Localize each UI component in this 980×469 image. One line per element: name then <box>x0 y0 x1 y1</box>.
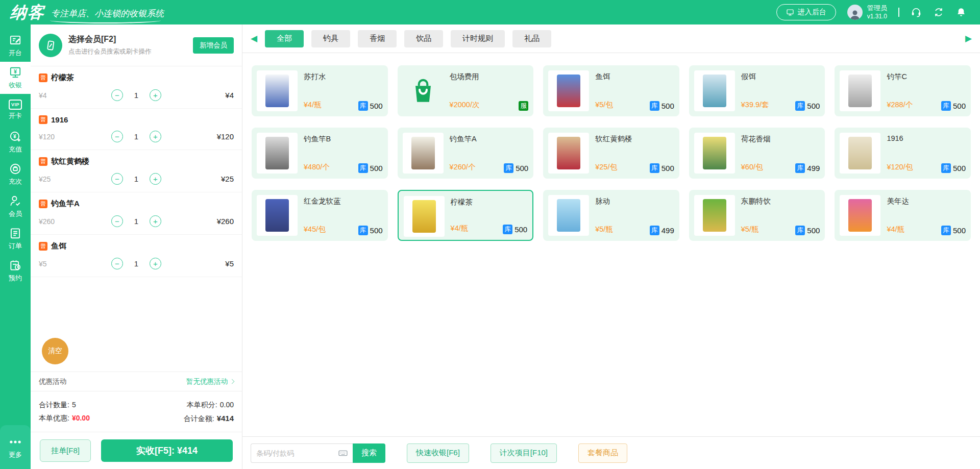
cart-item[interactable]: 普钓鱼竿A ¥260 − 1 + ¥260 <box>31 192 242 235</box>
product-name: 美年达 <box>887 196 966 206</box>
decrease-qty-button[interactable]: − <box>111 215 123 227</box>
combo-products-button[interactable]: 套餐商品 <box>578 443 627 463</box>
cart-item-total: ¥120 <box>161 132 234 141</box>
decrease-qty-button[interactable]: − <box>111 131 123 142</box>
add-member-button[interactable]: 新增会员 <box>193 37 234 54</box>
product-stock: 库500 <box>504 163 528 173</box>
tab-all[interactable]: 全部 <box>265 30 304 47</box>
product-card-selected[interactable]: 柠檬茶 ¥4/瓶 库500 <box>398 190 534 241</box>
tab-timing-rules[interactable]: 计时规则 <box>451 30 505 47</box>
product-image <box>840 70 880 111</box>
product-card[interactable]: 钓鱼竿A ¥260/个 库500 <box>398 128 534 179</box>
tab-cigarettes[interactable]: 香烟 <box>358 30 397 47</box>
stock-badge: 库 <box>941 101 951 111</box>
tabs-scroll-right-icon[interactable]: ▶ <box>965 34 972 43</box>
product-card[interactable]: 钓鱼竿B ¥480/个 库500 <box>252 128 388 179</box>
product-card[interactable]: 红金龙软蓝 ¥45/包 库500 <box>252 190 388 241</box>
clear-cart-button[interactable]: 清空 <box>42 338 68 364</box>
cart-item[interactable]: 普柠檬茶 ¥4 − 1 + ¥4 <box>31 66 242 109</box>
keyboard-icon[interactable] <box>338 448 348 458</box>
product-card[interactable]: 假饵 ¥39.9/套 库500 <box>689 65 825 116</box>
hold-order-button[interactable]: 挂单[F8] <box>40 439 91 462</box>
increase-qty-button[interactable]: + <box>150 131 161 142</box>
monitor-icon <box>786 8 794 16</box>
summary-points-value: 0.00 <box>220 401 234 409</box>
sidebar-item-booking[interactable]: 预约 <box>0 255 31 287</box>
pay-button[interactable]: 实收[F5]: ¥414 <box>101 439 233 462</box>
product-stock: 库500 <box>358 163 383 173</box>
customer-service-icon[interactable] <box>911 7 922 18</box>
cart-item-name: 钓鱼竿A <box>51 199 80 209</box>
tab-drinks[interactable]: 饮品 <box>404 30 443 47</box>
product-card[interactable]: 东鹏特饮 ¥5/瓶 库500 <box>689 190 825 241</box>
summary-qty-value: 5 <box>72 401 76 409</box>
stock-badge: 库 <box>795 226 805 235</box>
product-image <box>548 70 589 111</box>
quick-cashier-button[interactable]: 快速收银[F6] <box>407 443 469 463</box>
sidebar-item-recharge-times[interactable]: 充次 <box>0 158 31 190</box>
tab-fishing-gear[interactable]: 钓具 <box>311 30 350 47</box>
product-card[interactable]: 美年达 ¥4/瓶 库500 <box>835 190 971 241</box>
increase-qty-button[interactable]: + <box>150 89 161 101</box>
product-card[interactable]: 鱼饵 ¥5/包 库500 <box>543 65 679 116</box>
product-image <box>257 70 298 111</box>
stock-badge: 库 <box>941 226 951 235</box>
enter-backend-button[interactable]: 进入后台 <box>776 4 836 20</box>
divider <box>898 8 899 17</box>
user-name: 管理员 <box>867 4 887 13</box>
product-card[interactable]: 脉动 ¥5/瓶 库499 <box>543 190 679 241</box>
cart-item[interactable]: 普1916 ¥120 − 1 + ¥120 <box>31 109 242 150</box>
sync-icon[interactable] <box>933 7 944 18</box>
product-price: ¥25/包 <box>595 162 617 172</box>
product-stock: 库500 <box>795 101 820 111</box>
stock-badge: 库 <box>358 163 368 173</box>
decrease-qty-button[interactable]: − <box>111 89 123 101</box>
notification-bell-icon[interactable] <box>955 7 967 18</box>
sidebar-item-orders[interactable]: 订单 <box>0 223 31 255</box>
product-name: 荷花香烟 <box>741 134 820 144</box>
product-name: 鱼饵 <box>595 72 674 82</box>
tab-gifts[interactable]: 礼品 <box>512 30 551 47</box>
product-stock: 库500 <box>941 163 966 173</box>
sidebar-item-label: 收银 <box>9 81 22 90</box>
product-price: ¥5/包 <box>595 100 613 110</box>
cart-item[interactable]: 普鱼饵 ¥5 − 1 + ¥5 <box>31 235 242 277</box>
product-card[interactable]: 包场费用 ¥2000/次 服 <box>398 65 534 116</box>
decrease-qty-button[interactable]: − <box>111 173 123 185</box>
product-price: ¥2000/次 <box>450 100 480 110</box>
product-name: 钓鱼竿B <box>304 134 383 144</box>
stock-count: 499 <box>662 226 674 235</box>
increase-qty-button[interactable]: + <box>150 258 161 269</box>
search-button[interactable]: 搜索 <box>353 443 385 463</box>
cart-item[interactable]: 普软红黄鹤楼 ¥25 − 1 + ¥25 <box>31 150 242 192</box>
sidebar-item-open-table[interactable]: 开台 <box>0 30 31 62</box>
product-card[interactable]: 苏打水 ¥4/瓶 库500 <box>252 65 388 116</box>
barcode-input[interactable] <box>251 443 353 463</box>
increase-qty-button[interactable]: + <box>150 173 161 185</box>
product-card[interactable]: 荷花香烟 ¥60/包 库499 <box>689 128 825 179</box>
sidebar-item-more[interactable]: 更多 <box>0 425 31 469</box>
stock-count: 500 <box>662 102 674 110</box>
cart-item-total: ¥5 <box>161 259 234 268</box>
order-summary: 合计数量:5 本单积分:0.00 本单优惠:¥0.00 合计金额:¥414 <box>31 391 242 432</box>
sidebar-item-members[interactable]: 会员 <box>0 190 31 223</box>
product-card[interactable]: 钓竿C ¥288/个 库500 <box>835 65 971 116</box>
checkout-actions: 挂单[F8] 实收[F5]: ¥414 <box>31 432 242 469</box>
user-info[interactable]: 管理员 v1.31.0 <box>847 4 887 20</box>
product-card[interactable]: 1916 ¥120/包 库500 <box>835 128 971 179</box>
tabs-scroll-left-icon[interactable]: ◀ <box>251 34 257 43</box>
sidebar-item-vip-card[interactable]: VIP 开卡 <box>0 94 31 126</box>
sidebar-item-recharge[interactable]: ¥ 充值 <box>0 126 31 158</box>
product-card[interactable]: 软红黄鹤楼 ¥25/包 库500 <box>543 128 679 179</box>
product-price: ¥480/个 <box>304 162 330 172</box>
select-member-area[interactable]: 选择会员[F2] 点击进行会员搜索或刷卡操作 新增会员 <box>31 24 242 66</box>
decrease-qty-button[interactable]: − <box>111 258 123 269</box>
increase-qty-button[interactable]: + <box>150 215 161 227</box>
times-item-button[interactable]: 计次项目[F10] <box>491 443 557 463</box>
stock-badge: 库 <box>795 163 805 173</box>
promo-value-link[interactable]: 暂无优惠活动 <box>186 377 234 386</box>
cart-item-name: 1916 <box>51 115 68 124</box>
product-image <box>548 195 589 236</box>
product-image <box>548 133 589 174</box>
sidebar-item-cashier[interactable]: ¥ 收银 <box>0 62 31 94</box>
